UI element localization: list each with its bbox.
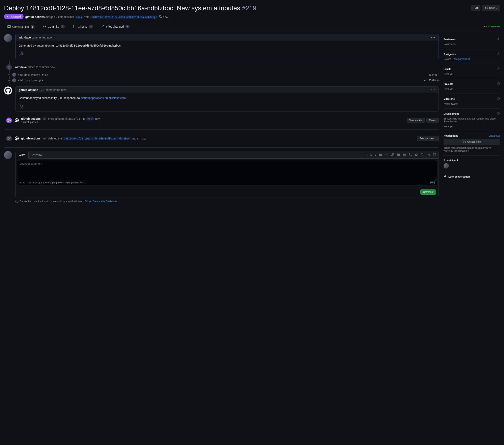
assign-yourself-link[interactable]: assign yourself bbox=[454, 58, 470, 60]
gear-icon[interactable] bbox=[497, 67, 500, 71]
smiley-icon bbox=[20, 52, 23, 56]
gear-icon[interactable] bbox=[497, 82, 500, 86]
react-button[interactable] bbox=[19, 51, 24, 56]
edit-button[interactable]: Edit bbox=[471, 5, 481, 11]
svg-rect-15 bbox=[433, 153, 436, 156]
avatar[interactable] bbox=[4, 34, 12, 42]
commit-item: Add template QVF 75898d8 bbox=[15, 78, 439, 83]
customize-link[interactable]: Customize bbox=[488, 134, 500, 137]
kebab-icon[interactable]: ••• bbox=[431, 88, 435, 92]
unsubscribe-button[interactable]: Unsubscribe bbox=[444, 139, 500, 145]
push-author[interactable]: withdave bbox=[15, 66, 27, 69]
merge-actor[interactable]: github-actions bbox=[21, 117, 40, 120]
markdown-icon[interactable]: M↓ bbox=[431, 181, 435, 184]
github-icon bbox=[5, 88, 11, 93]
lock-conversation[interactable]: Lock conversation bbox=[444, 175, 500, 178]
bold-icon[interactable]: B bbox=[370, 153, 373, 156]
view-details-button[interactable]: View details bbox=[407, 118, 425, 123]
checks-passed[interactable]: 1 check passed bbox=[21, 121, 404, 124]
gear-icon[interactable] bbox=[497, 112, 500, 116]
pr-description: withdave commented now ••• Generated by … bbox=[15, 34, 439, 59]
chevron-down-icon: ▾ bbox=[496, 7, 497, 9]
svg-point-7 bbox=[20, 105, 22, 107]
mention-icon[interactable]: @ bbox=[415, 153, 418, 156]
tab-commits[interactable]: Commits 2 bbox=[40, 23, 68, 31]
svg-rect-13 bbox=[409, 154, 410, 154]
italic-icon[interactable]: I bbox=[375, 153, 376, 156]
revert-button[interactable]: Revert bbox=[426, 118, 439, 123]
svg-point-6 bbox=[9, 80, 10, 81]
heading-icon[interactable]: H bbox=[366, 153, 368, 156]
check-icon[interactable] bbox=[424, 79, 427, 82]
svg-point-20 bbox=[498, 83, 499, 84]
expand-icon[interactable] bbox=[433, 153, 436, 157]
head-branch[interactable]: 14812cd0-1f28-11ee-a7d8-6d850cfbb16a-ndb… bbox=[90, 16, 158, 19]
svg-point-19 bbox=[498, 68, 499, 69]
svg-point-5 bbox=[9, 74, 10, 75]
reviewers-body: No reviews bbox=[444, 43, 500, 46]
github-icon bbox=[15, 119, 18, 122]
comment-author[interactable]: withdave bbox=[19, 36, 31, 39]
attach-hint[interactable]: Attach files by dragging & dropping, sel… bbox=[17, 180, 437, 185]
avatar[interactable] bbox=[15, 118, 19, 122]
merge-target-branch[interactable]: main bbox=[86, 117, 94, 121]
tasklist-icon[interactable] bbox=[409, 153, 412, 157]
gear-icon[interactable] bbox=[497, 37, 500, 41]
deploy-link[interactable]: platformoperations.eu.qlikcloud.com bbox=[81, 96, 126, 100]
pr-title: Deploy 14812cd0-1f28-11ee-a7d8-6d850cfbb… bbox=[4, 4, 471, 12]
tab-checks[interactable]: Checks 1 bbox=[70, 23, 96, 31]
comment-textarea[interactable] bbox=[17, 160, 437, 180]
ul-icon[interactable] bbox=[397, 153, 400, 157]
commit-sha[interactable]: 75898d8 bbox=[429, 79, 439, 82]
milestone-body: No milestone bbox=[444, 102, 500, 105]
commit-message[interactable]: Add deployment file bbox=[18, 73, 427, 76]
participant-avatar[interactable] bbox=[444, 163, 449, 168]
delete-actor[interactable]: github-actions bbox=[21, 137, 40, 140]
merge-sha[interactable]: aaeaf23 bbox=[68, 117, 80, 120]
state-badge: Merged bbox=[4, 14, 24, 19]
commit-message[interactable]: Add template QVF bbox=[18, 79, 422, 82]
assignees-title: Assignees bbox=[444, 53, 456, 56]
kebab-icon[interactable]: ••• bbox=[431, 36, 435, 39]
gear-icon[interactable] bbox=[497, 52, 500, 56]
guideline-note: Remember, contributions to this reposito… bbox=[15, 200, 439, 203]
reference-icon[interactable] bbox=[421, 153, 424, 157]
code-icon[interactable] bbox=[385, 153, 388, 157]
tab-files[interactable]: Files changed 2 bbox=[98, 23, 133, 31]
gear-icon[interactable] bbox=[497, 97, 500, 101]
labels-body: None yet bbox=[444, 73, 500, 75]
quote-icon[interactable] bbox=[379, 153, 382, 157]
code-button[interactable]: Code ▾ bbox=[482, 5, 500, 11]
react-button[interactable] bbox=[19, 104, 24, 109]
bot-badge: bot bbox=[39, 89, 45, 92]
assignees-body: No one—assign yourself bbox=[444, 58, 500, 60]
link-icon[interactable] bbox=[391, 153, 394, 157]
pr-number: #219 bbox=[242, 4, 256, 12]
deleted-branch: 14812cd0-1f28-11ee-a7d8-6d850cfbb16a-ndb… bbox=[63, 137, 131, 140]
avatar[interactable] bbox=[15, 136, 19, 140]
comment-button[interactable]: Comment bbox=[420, 189, 436, 195]
bot-badge: bot bbox=[42, 137, 47, 140]
comment-icon bbox=[7, 25, 11, 28]
avatar[interactable] bbox=[12, 73, 16, 77]
reviewers-title: Reviewers bbox=[444, 38, 455, 41]
svg-point-2 bbox=[20, 53, 22, 55]
participants-title: 1 participant bbox=[444, 159, 458, 162]
commit-sha[interactable]: a944e1f bbox=[429, 73, 439, 76]
avatar[interactable] bbox=[4, 151, 12, 159]
comment-author[interactable]: github-actions bbox=[19, 88, 38, 92]
ol-icon[interactable] bbox=[403, 153, 406, 157]
restore-branch-button[interactable]: Restore branch bbox=[417, 136, 439, 141]
base-branch[interactable]: main bbox=[75, 16, 83, 19]
avatar[interactable] bbox=[4, 87, 12, 94]
copy-icon[interactable] bbox=[159, 15, 163, 19]
avatar[interactable] bbox=[12, 78, 16, 82]
write-tab[interactable]: Write bbox=[16, 151, 29, 159]
notifications-title: Notifications bbox=[444, 134, 458, 137]
preview-tab[interactable]: Preview bbox=[29, 151, 45, 158]
push-event: withdave added 2 commits now bbox=[15, 62, 439, 72]
commit-icon bbox=[43, 25, 46, 28]
reply-icon[interactable] bbox=[427, 153, 430, 157]
guidelines-link[interactable]: GitHub Community Guidelines bbox=[85, 200, 117, 203]
tab-conversation[interactable]: Conversation 1 bbox=[4, 23, 38, 31]
